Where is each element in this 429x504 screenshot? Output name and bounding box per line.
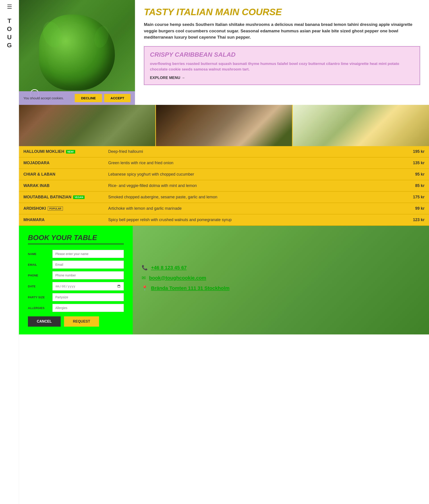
form-row-phone: PHONE xyxy=(28,271,124,279)
form-label: NAME xyxy=(28,252,53,256)
main-dish-desc: Main course hemp seeds Southern Italian … xyxy=(144,21,420,41)
form-row-allergies: ALLERGIES xyxy=(28,304,124,312)
contact-phone-item: 📞 +46 8 123 45 67 xyxy=(142,265,420,271)
gallery-item-2 xyxy=(156,105,292,146)
menu-item-name: CHIAR & LABAN xyxy=(19,169,104,180)
form-input-phone[interactable] xyxy=(53,271,124,279)
badge-new: NEW! xyxy=(66,150,75,153)
menu-item-name: HALLOUMI MOKLIEHNEW! xyxy=(19,146,104,157)
hero-image-container: DRIZZLE TAHINI CHICKPEAS ↓ You should ac… xyxy=(19,0,135,105)
form-row-name: NAME xyxy=(28,250,124,258)
menu-item-desc: Deep-fried halloumi xyxy=(104,146,385,157)
menu-item-name: MHAMARA xyxy=(19,214,104,225)
hero-section: DRIZZLE TAHINI CHICKPEAS ↓ You should ac… xyxy=(19,0,429,105)
table-row: MHAMARA Spicy bell pepper relish with cr… xyxy=(19,214,429,225)
contact-content: 📞 +46 8 123 45 67 ✉ book@toughcookie.com… xyxy=(142,265,420,296)
menu-item-price: 85 kr xyxy=(385,180,429,191)
cookie-text: You should accept cookies. xyxy=(23,96,64,100)
email-icon: ✉ xyxy=(142,275,146,281)
booking-section: BOOK YOUR TABLE NAMEEMAILPHONEDATEPARTY … xyxy=(19,226,133,334)
form-label: PARTY SIZE xyxy=(28,296,53,299)
sidebar: ☰ T O U G xyxy=(0,0,19,334)
form-input-allergies[interactable] xyxy=(53,304,124,312)
form-row-email: EMAIL xyxy=(28,261,124,269)
salad-card: CRISPY CARIBBEAN SALAD overflowing berri… xyxy=(144,46,420,85)
table-row: MOUTABBAL BATINZIANVEGAN Smoked chopped … xyxy=(19,191,429,203)
salad-desc: overflowing berries roasted butternut sq… xyxy=(150,61,414,72)
hero-right: TASTY ITALIAN MAIN COURSE Main course he… xyxy=(135,0,429,105)
request-button[interactable]: REQUEST xyxy=(64,316,99,327)
table-row: HALLOUMI MOKLIEHNEW! Deep-fried halloumi… xyxy=(19,146,429,157)
explore-menu-link[interactable]: EXPLORE MENU → xyxy=(150,76,185,80)
cookie-banner: You should accept cookies. DECLINE ACCEP… xyxy=(19,91,135,105)
form-input-email[interactable] xyxy=(53,261,124,269)
decline-button[interactable]: DECLINE xyxy=(75,94,102,102)
location-icon: 📍 xyxy=(142,285,148,291)
email-link[interactable]: book@toughcookie.com xyxy=(149,275,206,281)
contact-email-item: ✉ book@toughcookie.com xyxy=(142,275,420,281)
menu-item-name: ARDISHOKIPOPULAR xyxy=(19,203,104,214)
menu-item-desc: Rice- and veggie-filled dolma with mint … xyxy=(104,180,385,191)
menu-item-desc: Artichoke with lemon and garlic marinade xyxy=(104,203,385,214)
main-dish-title: TASTY ITALIAN MAIN COURSE xyxy=(144,7,420,18)
form-label: DATE xyxy=(28,285,53,288)
badge-vegan: VEGAN xyxy=(73,195,85,199)
menu-item-name: MOJADDARA xyxy=(19,157,104,169)
cookie-buttons: DECLINE ACCEPT xyxy=(75,94,131,102)
table-row: CHIAR & LABAN Lebanese spicy yoghurt wit… xyxy=(19,169,429,180)
menu-item-desc: Lebanese spicy yoghurt with chopped cucu… xyxy=(104,169,385,180)
table-row: ARDISHOKIPOPULAR Artichoke with lemon an… xyxy=(19,203,429,214)
menu-item-desc: Spicy bell pepper relish with crushed wa… xyxy=(104,214,385,225)
menu-item-name: MOUTABBAL BATINZIANVEGAN xyxy=(19,191,104,203)
gallery-item-3 xyxy=(293,105,429,146)
form-input-name[interactable] xyxy=(53,250,124,258)
booking-form: NAMEEMAILPHONEDATEPARTY SIZEALLERGIES xyxy=(28,250,124,312)
gallery-item-1 xyxy=(19,105,155,146)
form-label: PHONE xyxy=(28,274,53,277)
table-row: MOJADDARA Green lentis with rice and fri… xyxy=(19,157,429,169)
form-input-date[interactable] xyxy=(53,282,124,290)
salad-title: CRISPY CARIBBEAN SALAD xyxy=(150,51,414,58)
menu-item-desc: Green lentis with rice and fried onion xyxy=(104,157,385,169)
menu-item-price: 175 kr xyxy=(385,191,429,203)
address-link[interactable]: Brända Tomten 111 31 Stockholm xyxy=(151,285,230,291)
phone-icon: 📞 xyxy=(142,265,148,271)
hero-image xyxy=(19,0,135,105)
form-input-party-size[interactable] xyxy=(53,293,124,301)
form-label: ALLERGIES xyxy=(28,306,53,310)
bottom-section: BOOK YOUR TABLE NAMEEMAILPHONEDATEPARTY … xyxy=(19,226,429,334)
accept-button[interactable]: ACCEPT xyxy=(104,94,131,102)
booking-title: BOOK YOUR TABLE xyxy=(28,234,124,244)
menu-table: HALLOUMI MOKLIEHNEW! Deep-fried halloumi… xyxy=(19,146,429,226)
menu-item-price: 135 kr xyxy=(385,157,429,169)
contact-address-item: 📍 Brända Tomten 111 31 Stockholm xyxy=(142,285,420,291)
form-row-date: DATE xyxy=(28,282,124,290)
menu-item-price: 195 kr xyxy=(385,146,429,157)
menu-item-desc: Smoked chopped aubergine, sesame paste, … xyxy=(104,191,385,203)
menu-item-price: 123 kr xyxy=(385,214,429,225)
menu-icon[interactable]: ☰ xyxy=(7,3,12,10)
menu-item-name: WARAK INAB xyxy=(19,180,104,191)
form-label: EMAIL xyxy=(28,263,53,266)
contact-section: 📞 +46 8 123 45 67 ✉ book@toughcookie.com… xyxy=(133,226,429,334)
table-row: WARAK INAB Rice- and veggie-filled dolma… xyxy=(19,180,429,191)
main-content: DRIZZLE TAHINI CHICKPEAS ↓ You should ac… xyxy=(19,0,429,334)
sidebar-letters: T O U G xyxy=(7,17,12,50)
badge-popular: POPULAR xyxy=(48,207,63,211)
menu-item-price: 95 kr xyxy=(385,169,429,180)
cancel-button[interactable]: CANCEL xyxy=(28,316,61,327)
phone-link[interactable]: +46 8 123 45 67 xyxy=(151,265,187,271)
menu-item-price: 99 kr xyxy=(385,203,429,214)
form-row-party-size: PARTY SIZE xyxy=(28,293,124,301)
form-buttons: CANCEL REQUEST xyxy=(28,316,124,327)
food-gallery xyxy=(19,105,429,146)
